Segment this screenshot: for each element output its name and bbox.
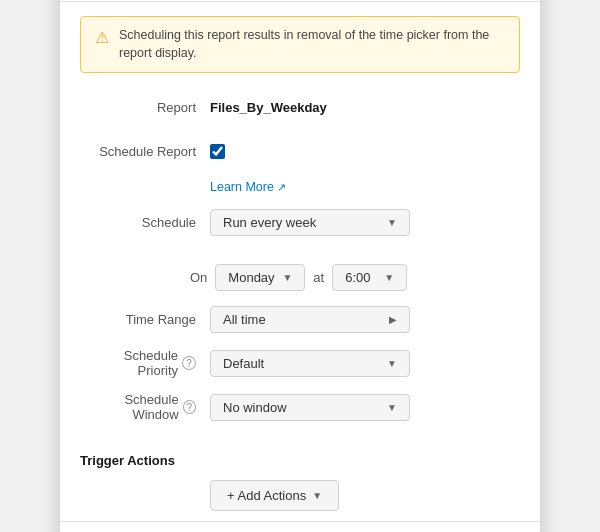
- priority-text: Default: [223, 356, 264, 371]
- time-range-label: Time Range: [80, 312, 210, 327]
- add-actions-button[interactable]: + Add Actions ▼: [210, 480, 339, 511]
- schedule-label: Schedule: [80, 215, 210, 230]
- window-help-icon: ?: [183, 400, 196, 414]
- priority-help-icon: ?: [182, 356, 196, 370]
- schedule-row: Schedule Run every week ▼: [80, 206, 520, 238]
- add-actions-caret-icon: ▼: [312, 490, 322, 501]
- time-range-dropdown[interactable]: All time ▶: [210, 306, 410, 333]
- learn-more-text: Learn More: [210, 180, 274, 194]
- time-range-text: All time: [223, 312, 266, 327]
- external-link-icon: ↗: [277, 181, 286, 194]
- priority-caret-icon: ▼: [387, 358, 397, 369]
- priority-dropdown[interactable]: Default ▼: [210, 350, 410, 377]
- add-actions-text: + Add Actions: [227, 488, 306, 503]
- time-dropdown[interactable]: 6:00 ▼: [332, 264, 407, 291]
- modal-overlay: Edit Schedule × ⚠ Scheduling this report…: [0, 0, 600, 532]
- time-range-row: Time Range All time ▶: [80, 303, 520, 335]
- schedule-caret-icon: ▼: [387, 217, 397, 228]
- schedule-window-label: Schedule Window ?: [80, 392, 210, 422]
- form-body: Report Files_By_Weekday Schedule Report …: [60, 87, 540, 264]
- warning-banner: ⚠ Scheduling this report results in remo…: [80, 16, 520, 73]
- schedule-report-checkbox[interactable]: [210, 144, 225, 159]
- time-range-value-cell: All time ▶: [210, 306, 520, 333]
- day-dropdown[interactable]: Monday ▼: [215, 264, 305, 291]
- trigger-title: Trigger Actions: [80, 453, 520, 468]
- on-at-row: On Monday ▼ at 6:00 ▼: [190, 264, 540, 291]
- trigger-section: Trigger Actions + Add Actions ▼: [60, 449, 540, 521]
- time-caret-icon: ▼: [384, 272, 394, 283]
- window-caret-icon: ▼: [387, 402, 397, 413]
- schedule-window-row: Schedule Window ? No window ▼: [80, 391, 520, 423]
- report-value-cell: Files_By_Weekday: [210, 100, 520, 115]
- schedule-priority-label: Schedule Priority ?: [80, 348, 210, 378]
- modal-header: Edit Schedule ×: [60, 0, 540, 2]
- schedule-value-cell: Run every week ▼: [210, 209, 520, 236]
- window-text: No window: [223, 400, 287, 415]
- day-caret-icon: ▼: [282, 272, 292, 283]
- report-name: Files_By_Weekday: [210, 100, 327, 115]
- schedule-report-row: Schedule Report: [80, 135, 520, 167]
- schedule-dropdown-text: Run every week: [223, 215, 316, 230]
- schedule-dropdown[interactable]: Run every week ▼: [210, 209, 410, 236]
- window-dropdown[interactable]: No window ▼: [210, 394, 410, 421]
- on-label: On: [190, 270, 207, 285]
- window-value-cell: No window ▼: [210, 394, 520, 421]
- form-body-2: Time Range All time ▶ Schedule Priority …: [60, 303, 540, 449]
- priority-value-cell: Default ▼: [210, 350, 520, 377]
- schedule-priority-row: Schedule Priority ? Default ▼: [80, 347, 520, 379]
- report-row: Report Files_By_Weekday: [80, 91, 520, 123]
- schedule-report-label: Schedule Report: [80, 144, 210, 159]
- warning-icon: ⚠: [95, 28, 109, 47]
- schedule-report-value: [210, 144, 520, 159]
- learn-more-link[interactable]: Learn More ↗: [210, 180, 286, 194]
- time-range-caret-icon: ▶: [389, 314, 397, 325]
- modal-footer: Cancel Save: [60, 521, 540, 532]
- day-dropdown-text: Monday: [228, 270, 274, 285]
- trigger-content: + Add Actions ▼: [210, 480, 520, 511]
- time-dropdown-text: 6:00: [345, 270, 370, 285]
- learn-more-row: Learn More ↗: [210, 179, 520, 194]
- report-label: Report: [80, 100, 210, 115]
- edit-schedule-modal: Edit Schedule × ⚠ Scheduling this report…: [60, 0, 540, 532]
- warning-text: Scheduling this report results in remova…: [119, 27, 505, 62]
- at-label: at: [313, 270, 324, 285]
